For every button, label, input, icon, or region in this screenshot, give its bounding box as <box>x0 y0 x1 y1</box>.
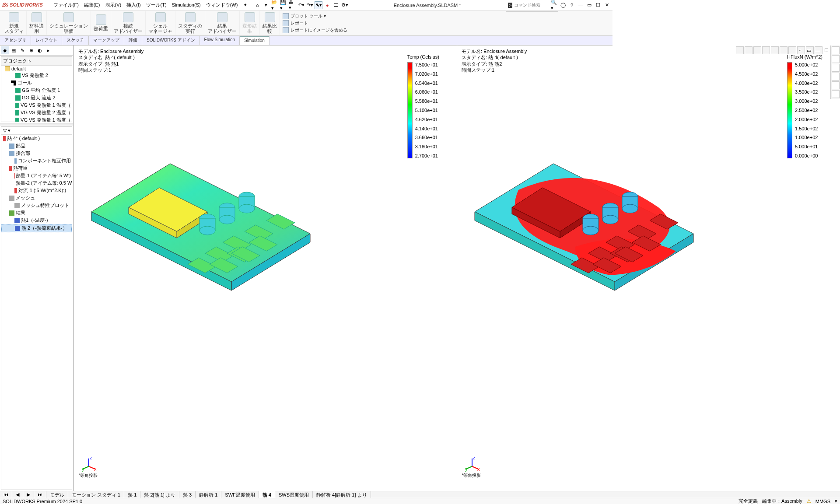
command-search[interactable]: >🔍▾ <box>506 0 558 12</box>
legend-tick: 3.660e+01 <box>415 135 438 140</box>
ribbon-button[interactable]: 接続 アドバイザー <box>111 11 146 35</box>
ribbon-button[interactable]: 材料適 用 <box>27 11 47 35</box>
ribbon-button[interactable]: スタディの 実行 <box>175 11 205 35</box>
maximize-icon[interactable]: ☐ <box>594 1 602 9</box>
vp-header-line: モデル名: Enclosure Assembly <box>78 48 144 54</box>
ribbon-button[interactable]: 結果比 較 <box>260 11 280 35</box>
vp-header-line: 表示タイプ: 熱 熱1 <box>78 61 144 67</box>
home-icon[interactable]: ⌂ <box>253 1 261 9</box>
select-icon[interactable]: ⬉▾ <box>315 1 322 9</box>
tree-row[interactable]: GG 平均 全温度 1 <box>1 87 72 94</box>
tree-row[interactable]: 熱 2（-熱流束結果-） <box>1 224 72 232</box>
rec-icon[interactable]: ● <box>323 1 331 9</box>
user-icon[interactable]: ◯ <box>559 1 567 9</box>
viewport-flux[interactable]: ▫ ▭ — ☐ ✕ モデル名: Enclosure Assemblyスタディ名:… <box>457 46 612 368</box>
project-tree-header: プロジェクト <box>1 57 72 66</box>
fm-tab-more[interactable]: ▸ <box>45 46 52 54</box>
tree-row[interactable]: メッシュ <box>1 194 72 202</box>
tree-row[interactable]: 熱 4* (-default-) <box>1 135 72 142</box>
svg-point-38 <box>583 226 598 235</box>
new-icon[interactable]: ▾ <box>262 1 270 9</box>
ribbon-button[interactable]: 変形結 果 <box>240 11 260 35</box>
tab[interactable]: SOLIDWORKS アドイン <box>142 36 200 45</box>
ribbon-button[interactable]: シェル マネージャ <box>146 11 175 35</box>
menu-item[interactable]: Simulation(S) <box>169 1 203 8</box>
tree-row[interactable]: 熱荷重 <box>1 164 72 172</box>
menu-item[interactable]: ウィンドウ(W) <box>203 1 241 8</box>
tree-row[interactable]: default <box>1 66 72 72</box>
search-icon[interactable]: 🔍▾ <box>551 0 557 11</box>
filter-bar[interactable]: ▽ ▾ <box>1 127 72 135</box>
vp-header-line: 時間ステップ:1 <box>462 67 527 73</box>
tree-row[interactable]: ゴール <box>1 79 72 87</box>
tab[interactable]: Simulation <box>240 36 270 45</box>
tree-row[interactable]: コンポーネント相互作用 <box>1 157 72 164</box>
tree-row[interactable]: 結果 <box>1 209 72 217</box>
tree-row[interactable]: 部品 <box>1 142 72 150</box>
tree-row[interactable]: メッシュ特性プロット <box>1 202 72 209</box>
tree-row[interactable]: VG VS 発熱量 2 温度（ <box>1 109 72 116</box>
fm-tab-4[interactable]: ⊕ <box>27 46 35 54</box>
tab[interactable]: マークアップ <box>89 36 124 45</box>
tree-row[interactable]: 熱量-1 (アイテム毎: 5 W:) <box>1 172 72 179</box>
legend-tick: 2.700e+01 <box>415 153 438 158</box>
menu-item[interactable]: 編集(E) <box>81 1 103 8</box>
ribbon-side-item[interactable]: プロット ツール ▾ <box>283 13 347 19</box>
feature-tabs: アセンブリレイアウトスケッチマークアップ評価SOLIDWORKS アドインFlo… <box>0 36 612 46</box>
close-icon[interactable]: ✕ <box>603 1 611 9</box>
vp-header-line: モデル名: Enclosure Assembly <box>462 48 527 54</box>
fm-tab-2[interactable]: ▤ <box>10 46 18 54</box>
tree-row[interactable]: VS 発熱量 2 <box>1 72 72 79</box>
list-icon[interactable]: ☰ <box>332 1 340 9</box>
tree-row[interactable]: GG 最大 流速 2 <box>1 94 72 102</box>
tab[interactable]: アセンブリ <box>0 36 31 45</box>
viewport-temperature[interactable]: モデル名: Enclosure Assemblyスタディ名: 熱 4(-defa… <box>74 46 457 368</box>
restore-icon[interactable]: ▭ <box>585 1 593 9</box>
ribbon-side-item[interactable]: レポートにイメージを含める <box>283 27 347 33</box>
tree-row[interactable]: 接合部 <box>1 150 72 157</box>
document-title: Enclosure Assembly.SLDASM * <box>394 3 461 8</box>
ribbon-button[interactable]: シミュレーション 評価 <box>47 11 91 35</box>
ribbon-button[interactable]: 結果 アドバイザー <box>205 11 240 35</box>
redo-icon[interactable]: ↷▾ <box>306 1 314 9</box>
ribbon-button[interactable]: 熱荷重 <box>91 11 111 35</box>
thermal-plot-1 <box>83 146 319 295</box>
tab[interactable]: Flow Simulation <box>200 36 240 45</box>
tab[interactable]: スケッチ <box>62 36 89 45</box>
fm-tab-5[interactable]: ◐ <box>36 46 44 54</box>
legend-bar-1 <box>407 62 413 158</box>
minimize-icon[interactable]: — <box>577 1 584 9</box>
undo-icon[interactable]: ↶▾ <box>297 1 305 9</box>
menu-item[interactable]: ツール(T) <box>144 1 169 8</box>
legend-tick: 5.580e+01 <box>415 98 438 104</box>
fm-tab-1[interactable]: ◆ <box>1 46 9 54</box>
vp-header-line: スタディ名: 熱 4(-default-) <box>462 54 527 60</box>
vp-header-line: スタディ名: 熱 4(-default-) <box>78 54 144 60</box>
save-icon[interactable]: 💾▾ <box>280 1 287 9</box>
menu-item[interactable]: ファイル(F) <box>51 1 81 8</box>
pin-icon[interactable]: ✦ <box>241 1 249 9</box>
tab[interactable]: 評価 <box>124 36 142 45</box>
fm-tab-3[interactable]: ✎ <box>18 46 26 54</box>
tree-row[interactable]: 熱1（-温度-） <box>1 217 72 224</box>
svg-point-14 <box>239 204 255 213</box>
open-icon[interactable]: 📂▾ <box>271 1 279 9</box>
ribbon-side-item[interactable]: レポート <box>283 20 347 26</box>
vp-header-line: 表示タイプ: 熱 熱2 <box>462 61 527 67</box>
tree-row[interactable]: 熱量-2 (アイテム毎: 0.5 W:) <box>1 179 72 187</box>
tree-row[interactable]: VG VS 発熱量 1 温度（ <box>1 116 72 122</box>
help-icon[interactable]: ? <box>568 1 576 9</box>
tree-row[interactable]: 対流-1 (:5 W/(m^2.K):) <box>1 187 72 194</box>
menu-item[interactable]: 表示(V) <box>103 1 124 8</box>
tab[interactable]: レイアウト <box>31 36 62 45</box>
ribbon-button[interactable]: 新規 スタディ <box>2 11 27 35</box>
legend-tick: 6.060e+01 <box>415 89 438 94</box>
tree-row[interactable]: VG VS 発熱量 1 温度（ <box>1 102 72 109</box>
menu-item[interactable]: 挿入(I) <box>124 1 143 8</box>
legend-tick: 6.540e+01 <box>415 80 438 86</box>
legend-tick: 7.500e+01 <box>415 62 438 67</box>
gear-icon[interactable]: ⚙▾ <box>341 1 349 9</box>
search-input[interactable] <box>514 3 549 7</box>
print-icon[interactable]: 🖶▾ <box>288 1 296 9</box>
legend-tick: 4.620e+01 <box>415 117 438 122</box>
